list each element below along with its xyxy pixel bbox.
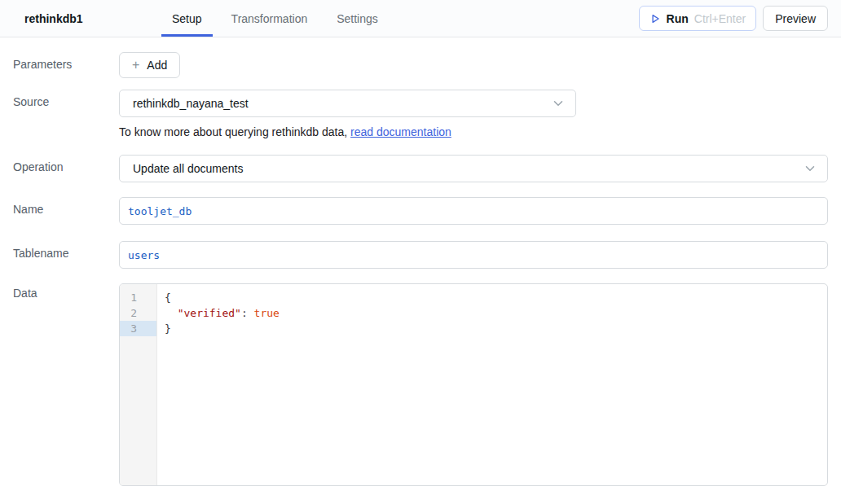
- tab-setup[interactable]: Setup: [161, 0, 213, 37]
- json-key: "verified": [178, 307, 241, 319]
- code-line: }: [165, 321, 827, 336]
- plus-icon: +: [132, 59, 139, 72]
- operation-label: Operation: [13, 155, 119, 173]
- data-row: Data 1 2 3 { "verified": true }: [13, 283, 828, 486]
- data-code-editor[interactable]: 1 2 3 { "verified": true }: [119, 283, 828, 486]
- query-setup-panel: Parameters + Add Source rethinkdb_nayana…: [0, 37, 841, 486]
- helper-prefix: To know more about querying rethinkdb da…: [119, 125, 350, 138]
- line-number: 1: [120, 290, 156, 305]
- data-label: Data: [13, 283, 119, 300]
- parameters-label: Parameters: [13, 52, 119, 71]
- source-row: Source rethinkdb_nayana_test To know mor…: [13, 90, 828, 140]
- query-editor-header: rethinkdb1 Setup Transformation Settings…: [0, 0, 841, 37]
- operation-select-value: Update all documents: [133, 162, 243, 175]
- name-row: Name: [13, 197, 828, 225]
- json-value: true: [254, 307, 280, 319]
- run-shortcut: Ctrl+Enter: [694, 12, 746, 25]
- chevron-down-icon: [551, 96, 566, 111]
- source-helper-text: To know more about querying rethinkdb da…: [119, 125, 828, 140]
- code-content[interactable]: { "verified": true }: [157, 284, 827, 485]
- header-actions: Run Ctrl+Enter Preview: [639, 0, 828, 37]
- name-input[interactable]: [119, 197, 828, 225]
- code-line: "verified": true: [165, 305, 827, 321]
- tablename-input[interactable]: [119, 241, 828, 269]
- add-parameter-button[interactable]: + Add: [119, 52, 180, 78]
- tab-settings[interactable]: Settings: [326, 0, 389, 37]
- tablename-row: Tablename: [13, 241, 828, 269]
- query-title: rethinkdb1: [24, 12, 147, 25]
- code-line: {: [165, 290, 827, 305]
- source-select-value: rethinkdb_nayana_test: [133, 97, 249, 110]
- line-number-active: 3: [120, 321, 156, 336]
- tablename-label: Tablename: [13, 241, 119, 260]
- operation-row: Operation Update all documents: [13, 155, 828, 182]
- tab-bar: Setup Transformation Settings: [161, 0, 389, 37]
- tab-transformation[interactable]: Transformation: [221, 0, 319, 37]
- play-icon: [649, 13, 661, 24]
- run-button[interactable]: Run Ctrl+Enter: [639, 6, 757, 31]
- line-number-gutter: 1 2 3: [120, 284, 157, 485]
- run-label: Run: [667, 12, 689, 25]
- source-select[interactable]: rethinkdb_nayana_test: [119, 90, 576, 117]
- name-label: Name: [13, 197, 119, 216]
- operation-select[interactable]: Update all documents: [119, 155, 828, 182]
- chevron-down-icon: [803, 161, 817, 176]
- add-parameter-label: Add: [147, 59, 167, 72]
- line-number: 2: [120, 305, 156, 321]
- preview-button[interactable]: Preview: [763, 6, 828, 31]
- parameters-row: Parameters + Add: [13, 52, 828, 78]
- source-label: Source: [13, 90, 119, 108]
- read-documentation-link[interactable]: read documentation: [350, 125, 451, 138]
